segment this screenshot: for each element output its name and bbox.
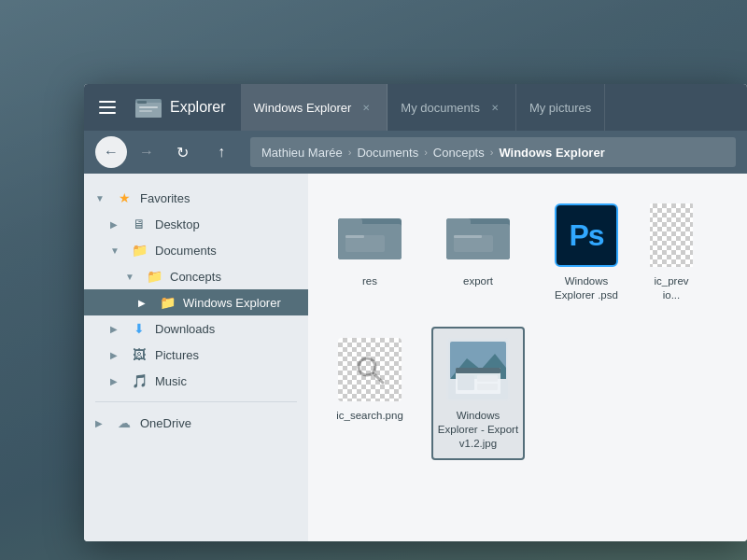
search-png-icon-wrapper [336,336,403,403]
file-name-search-png: ic_search.png [336,409,403,423]
file-item-res[interactable]: res [323,192,416,312]
tab-label: My documents [401,101,480,115]
sidebar: ▼ ★ Favorites ▶ 🖥 Desktop ▼ 📁 Documents … [84,174,308,541]
refresh-button[interactable]: ↻ [166,136,198,168]
file-item-psd[interactable]: Ps Windows Explorer .psd [540,192,633,312]
breadcrumb-documents[interactable]: Documents [357,146,418,160]
sidebar-arrow-downloads: ▶ [110,324,123,334]
sidebar-item-pictures[interactable]: ▶ 🖼 Pictures [84,342,308,368]
sidebar-divider [95,401,297,402]
file-name-res: res [362,274,377,288]
folder-svg-export [446,209,510,261]
breadcrumb-current[interactable]: Windows Explorer [499,146,604,160]
cloud-icon: ☁ [116,415,133,430]
tab-my-pictures[interactable]: My pictures [516,84,605,131]
main-content: res export Ps [308,174,747,541]
search-icon-svg [354,354,386,385]
svg-rect-9 [345,235,364,238]
sidebar-arrow-desktop: ▶ [110,219,123,230]
pictures-icon: 🖼 [131,347,148,362]
sidebar-item-downloads[interactable]: ▶ ⬇ Downloads [84,315,308,342]
sidebar-item-favorites[interactable]: ▼ ★ Favorites [84,185,308,211]
file-item-jpg[interactable]: Windows Explorer - Export v1.2.jpg [431,327,525,460]
svg-rect-2 [137,101,147,104]
partial-icon [648,203,695,267]
sidebar-arrow-onedrive: ▶ [95,418,108,428]
folder-icon-wrapper-export [444,202,512,269]
jpg-preview [446,338,510,401]
tab-close-button[interactable]: ✕ [359,100,374,115]
sidebar-label-desktop: Desktop [155,217,297,231]
file-item-export[interactable]: export [431,192,525,312]
desktop-icon: 🖥 [131,217,148,231]
sidebar-item-music[interactable]: ▶ 🎵 Music [84,368,308,394]
partial-icon-wrapper [648,202,695,269]
breadcrumb-sep-1: › [424,147,428,158]
star-icon: ★ [116,190,133,205]
svg-rect-4 [139,110,152,112]
sidebar-item-documents[interactable]: ▼ 📁 Documents [84,237,308,263]
tab-label: My pictures [529,101,591,115]
back-button[interactable]: ← [95,136,127,168]
breadcrumb-sep-2: › [490,147,494,158]
titlebar: Explorer Windows Explorer ✕ My documents… [84,84,747,131]
sidebar-arrow-favorites: ▼ [95,193,108,203]
folder-svg-res [338,209,402,261]
tab-my-documents[interactable]: My documents ✕ [388,84,516,131]
up-icon: ↑ [218,144,225,161]
sidebar-label-documents: Documents [155,244,297,258]
file-name-jpg: Windows Explorer - Export v1.2.jpg [437,409,519,451]
svg-rect-24 [477,384,498,390]
breadcrumb-sep-0: › [348,147,352,158]
breadcrumb-concepts[interactable]: Concepts [433,146,485,160]
up-button[interactable]: ↑ [205,136,237,168]
svg-rect-12 [446,218,471,228]
sidebar-item-desktop[interactable]: ▶ 🖥 Desktop [84,211,308,237]
breadcrumb-home[interactable]: Mathieu Marée [261,146,343,160]
tab-label: Windows Explorer [254,101,352,115]
hamburger-button[interactable] [84,84,131,131]
sidebar-item-windows-explorer[interactable]: ▶ 📁 Windows Explorer [84,289,308,315]
tab-close-button[interactable]: ✕ [487,100,502,115]
sidebar-label-concepts: Concepts [170,270,297,284]
sidebar-label-downloads: Downloads [155,322,297,336]
sidebar-arrow-pictures: ▶ [110,350,123,360]
app-icon [134,93,162,121]
svg-rect-14 [454,235,482,238]
folder-icon-wrapper-res [336,202,403,269]
tab-windows-explorer[interactable]: Windows Explorer ✕ [241,84,388,131]
forward-button[interactable]: → [131,136,162,168]
folder-icon-documents: 📁 [131,243,148,258]
svg-rect-22 [458,375,474,390]
sidebar-item-onedrive[interactable]: ▶ ☁ OneDrive [84,410,308,436]
folder-icon-we: 📁 [159,295,176,310]
breadcrumb: Mathieu Marée › Documents › Concepts › W… [250,137,736,167]
music-icon: 🎵 [131,373,148,388]
sidebar-item-concepts[interactable]: ▼ 📁 Concepts [84,263,308,289]
search-file-icon [338,338,402,401]
sidebar-arrow-documents: ▼ [110,245,123,256]
jpg-preview-svg [448,340,508,399]
svg-line-16 [374,373,383,383]
body: ▼ ★ Favorites ▶ 🖥 Desktop ▼ 📁 Documents … [84,174,747,541]
explorer-window: Explorer Windows Explorer ✕ My documents… [84,84,747,541]
psd-icon-wrapper: Ps [553,202,620,269]
folder-icon-concepts: 📁 [146,269,162,284]
file-item-partial[interactable]: ic_previo... [648,192,695,312]
sidebar-label-favorites: Favorites [140,191,297,205]
svg-rect-21 [456,368,500,373]
forward-icon: → [139,144,154,161]
file-name-partial: ic_previo... [654,274,689,302]
file-item-search-png[interactable]: ic_search.png [323,327,416,460]
sidebar-arrow-we: ▶ [138,298,151,308]
sidebar-arrow-concepts: ▼ [125,272,138,282]
sidebar-label-onedrive: OneDrive [140,416,297,430]
file-name-psd: Windows Explorer .psd [545,274,627,302]
file-name-export: export [463,274,493,288]
hamburger-icon [99,101,116,114]
sidebar-label-we: Windows Explorer [183,296,297,310]
refresh-icon: ↻ [176,144,189,161]
svg-rect-23 [477,375,498,382]
svg-rect-7 [338,218,362,228]
jpg-icon-wrapper [444,336,512,403]
